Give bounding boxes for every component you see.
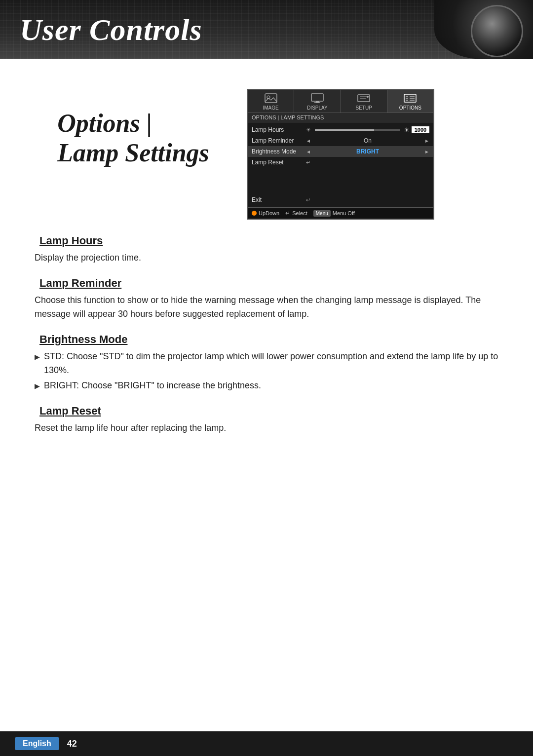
lamp-hours-body: Display the projection time.: [35, 251, 503, 265]
osd-breadcrumb: OPTIONS | LAMP SETTINGS: [248, 113, 433, 122]
section-brightness-mode: Brightness Mode ▶ STD: Choose "STD" to d…: [30, 333, 503, 393]
page-number: 42: [67, 739, 77, 749]
footer-menu-off-label: Menu Off: [333, 210, 355, 216]
section-lamp-hours: Lamp Hours Display the projection time.: [30, 234, 503, 265]
brightness-bullet-bright: ▶ BRIGHT: Choose "BRIGHT" to increase th…: [35, 379, 503, 393]
options-tab-icon: [403, 93, 417, 104]
osd-panel: IMAGE DISPLAY: [247, 89, 503, 220]
bright-bullet-text: BRIGHT: Choose "BRIGHT" to increase the …: [44, 379, 261, 393]
main-content: Options | Lamp Settings: [0, 59, 533, 450]
camera-lens-decoration: [434, 0, 533, 59]
section-lamp-reset: Lamp Reset Reset the lamp life hour afte…: [30, 405, 503, 435]
std-bullet-arrow: ▶: [35, 352, 40, 363]
footer-select: ↵ Select: [285, 210, 307, 217]
page-footer: English 42: [0, 731, 533, 756]
footer-updown-label: UpDown: [259, 210, 279, 216]
svg-rect-0: [265, 94, 277, 103]
osd-brightness-mode-value: ◄ BRIGHT ►: [306, 148, 429, 155]
osd-lamp-hours-value: ☀ ☀ 1000: [306, 126, 429, 134]
lamp-reminder-on: On: [313, 137, 422, 144]
brightness-mode-bright: BRIGHT: [313, 148, 422, 155]
section-main-title: Options | Lamp Settings: [57, 109, 209, 168]
setup-tab-label: SETUP: [355, 105, 372, 111]
lamp-reminder-arrow-right[interactable]: ►: [424, 138, 429, 144]
osd-lamp-reminder-label: Lamp Reminder: [252, 137, 306, 144]
osd-exit-label: Exit: [252, 196, 306, 203]
exit-enter-icon: ↵: [306, 197, 310, 203]
orange-dot-icon: [252, 211, 257, 216]
osd-lamp-reset-value: ↵: [306, 159, 429, 166]
display-tab-label: DISPLAY: [307, 105, 328, 111]
osd-rows: Lamp Hours ☀ ☀ 1000 Lamp Reminder: [248, 122, 433, 207]
osd-row-lamp-hours: Lamp Hours ☀ ☀ 1000: [248, 124, 433, 135]
footer-menu-off: Menu Menu Off: [313, 210, 355, 217]
svg-rect-2: [311, 94, 323, 101]
section-lamp-reminder: Lamp Reminder Choose this function to sh…: [30, 277, 503, 321]
osd-row-spacer2: [248, 177, 433, 186]
lamp-reminder-body: Choose this function to show or to hide …: [35, 294, 503, 321]
osd-tabs: IMAGE DISPLAY: [248, 90, 433, 113]
image-tab-icon: [264, 93, 278, 104]
content-sections: Lamp Hours Display the projection time. …: [30, 234, 503, 435]
osd-lamp-reset-label: Lamp Reset: [252, 159, 306, 166]
bright-bullet-arrow: ▶: [35, 381, 40, 392]
brightness-mode-arrow-right[interactable]: ►: [424, 149, 429, 154]
lamp-hours-fill: [315, 129, 374, 131]
setup-tab-icon: [357, 93, 371, 104]
lamp-reminder-heading-text: Lamp Reminder: [39, 277, 121, 290]
lamp-min-icon: ☀: [306, 127, 311, 133]
lamp-reset-enter-icon: ↵: [306, 159, 310, 166]
lamp-hours-slider[interactable]: [315, 129, 400, 131]
lamp-hours-heading-text: Lamp Hours: [39, 234, 103, 247]
lamp-reset-heading-text: Lamp Reset: [39, 405, 101, 417]
osd-row-brightness-mode: Brightness Mode ◄ BRIGHT ►: [248, 146, 433, 157]
lamp-reset-body: Reset the lamp life hour after replacing…: [35, 421, 503, 435]
footer-enter-icon: ↵: [285, 210, 290, 217]
footer-updown: UpDown: [252, 210, 279, 216]
options-tab-label: OPTIONS: [399, 105, 421, 111]
osd-row-lamp-reminder: Lamp Reminder ◄ On ►: [248, 135, 433, 146]
lamp-max-icon: ☀: [404, 126, 410, 134]
brightness-mode-bullets: ▶ STD: Choose "STD" to dim the projector…: [35, 350, 503, 393]
osd-footer: UpDown ↵ Select Menu Menu Off: [248, 207, 433, 219]
section-title-block: Options | Lamp Settings: [30, 84, 237, 192]
brightness-mode-arrow-left[interactable]: ◄: [306, 149, 311, 154]
lamp-reminder-arrow-left[interactable]: ◄: [306, 138, 311, 144]
osd-exit-value: ↵: [306, 197, 429, 203]
top-section: Options | Lamp Settings: [30, 84, 503, 220]
image-tab-label: IMAGE: [263, 105, 279, 111]
osd-tab-options[interactable]: OPTIONS: [387, 90, 433, 113]
osd-tab-display[interactable]: DISPLAY: [294, 90, 341, 113]
lamp-reset-heading: Lamp Reset: [30, 405, 503, 417]
brightness-bullet-std: ▶ STD: Choose "STD" to dim the projector…: [35, 350, 503, 378]
footer-menu-btn: Menu: [313, 210, 331, 217]
display-tab-icon: [310, 93, 324, 104]
osd-row-spacer3: [248, 186, 433, 194]
lamp-hours-value-box: 1000: [412, 126, 429, 133]
header-bar: User Controls: [0, 0, 533, 59]
osd-tab-setup[interactable]: SETUP: [341, 90, 387, 113]
osd-box: IMAGE DISPLAY: [247, 89, 434, 220]
osd-row-exit: Exit ↵: [248, 194, 433, 205]
language-badge: English: [15, 737, 59, 750]
footer-select-label: Select: [292, 210, 307, 216]
osd-row-spacer1: [248, 168, 433, 177]
lamp-hours-heading: Lamp Hours: [30, 234, 503, 247]
brightness-mode-heading-text: Brightness Mode: [39, 333, 127, 346]
std-bullet-text: STD: Choose "STD" to dim the projector l…: [44, 350, 503, 378]
page-header-title: User Controls: [20, 12, 202, 47]
lamp-reminder-heading: Lamp Reminder: [30, 277, 503, 290]
brightness-mode-heading: Brightness Mode: [30, 333, 503, 346]
osd-row-lamp-reset: Lamp Reset ↵: [248, 157, 433, 168]
osd-lamp-hours-label: Lamp Hours: [252, 126, 306, 133]
svg-point-8: [367, 96, 369, 98]
osd-brightness-mode-label: Brightness Mode: [252, 148, 306, 155]
osd-tab-image[interactable]: IMAGE: [248, 90, 294, 113]
osd-lamp-reminder-value: ◄ On ►: [306, 137, 429, 144]
